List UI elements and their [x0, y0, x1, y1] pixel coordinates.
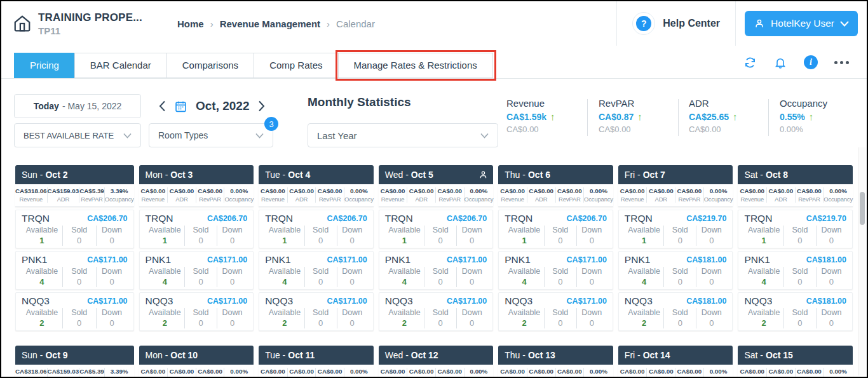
day-header[interactable]: Sat - Oct 8: [738, 165, 853, 184]
room-type-card[interactable]: PNK1 CA$171.00 Available4 Sold0 Down0: [15, 251, 134, 290]
breadcrumb-home[interactable]: Home: [177, 18, 204, 29]
day-rooms: TRQN CA$206.70 Available1 Sold0 Down0 PN…: [139, 210, 254, 331]
room-type-card[interactable]: TRQN CA$206.70 Available1 Sold0 Down0: [259, 210, 374, 248]
day-stat-value: 0.00%: [344, 187, 374, 194]
day-stat-label: RevPAR: [436, 376, 464, 377]
room-field: Available1: [265, 226, 304, 246]
room-type-card[interactable]: TRQN CA$206.70 Available1 Sold0 Down0: [379, 210, 494, 248]
day-header[interactable]: Thu - Oct 13: [498, 346, 613, 365]
help-center-button[interactable]: ? Help Center: [616, 1, 736, 46]
room-price[interactable]: CA$171.00: [87, 297, 127, 306]
room-type-card[interactable]: NQQ3 CA$171.00 Available2 Sold0 Down0: [259, 292, 374, 331]
room-type-card[interactable]: TRQN CA$219.70 Available1 Sold0 Down0: [618, 210, 733, 248]
day-stat-value: CA$5.39: [79, 187, 104, 194]
day-cell: Tue - Oct 4 CA$0.00Revenue CA$0.00ADR CA…: [259, 165, 374, 331]
day-header[interactable]: Tue - Oct 11: [259, 346, 374, 365]
vertical-scrollbar[interactable]: [858, 147, 865, 375]
room-type-card[interactable]: NQQ3 CA$171.00 Available2 Sold0 Down0: [15, 292, 134, 331]
room-type-card[interactable]: NQQ3 CA$171.00 Available2 Sold0 Down0: [139, 292, 254, 331]
day-stat: CA$0.00ADR: [646, 187, 675, 203]
room-price[interactable]: CA$181.00: [686, 297, 726, 306]
breadcrumb-revenue-management[interactable]: Revenue Management: [220, 18, 320, 29]
room-type-card[interactable]: PNK1 CA$171.00 Available4 Sold0 Down0: [259, 251, 374, 290]
tab-comparisons[interactable]: Comparisons: [166, 53, 254, 78]
day-header[interactable]: Mon - Oct 3: [139, 165, 254, 184]
room-field-label: Available: [505, 267, 544, 276]
room-type-card[interactable]: TRQN CA$219.70 Available1 Sold0 Down0: [738, 210, 853, 248]
scrollbar-thumb[interactable]: [860, 192, 865, 225]
day-header[interactable]: Tue - Oct 4: [259, 165, 374, 184]
tab-pricing[interactable]: Pricing: [14, 53, 75, 78]
notifications-bell-icon[interactable]: [773, 55, 787, 69]
day-header[interactable]: Wed - Oct 12: [379, 346, 494, 365]
day-stat-value: CA$0.00: [527, 187, 555, 194]
stat-value: 0.55%: [780, 112, 805, 122]
room-type-card[interactable]: PNK1 CA$171.00 Available4 Sold0 Down0: [379, 251, 494, 290]
day-rooms: TRQN CA$206.70 Available1 Sold0 Down0 PN…: [379, 210, 494, 331]
refresh-icon[interactable]: [743, 55, 757, 69]
day-header[interactable]: Thu - Oct 6: [498, 165, 613, 184]
tab-manage-rates-restrictions[interactable]: Manage Rates & Restrictions: [338, 53, 493, 78]
room-type-card[interactable]: TRQN CA$206.70 Available1 Sold0 Down0: [15, 210, 134, 248]
room-price[interactable]: CA$171.00: [567, 297, 607, 306]
room-type-card[interactable]: TRQN CA$206.70 Available1 Sold0 Down0: [139, 210, 254, 248]
day-stat-label: Revenue: [15, 376, 47, 377]
more-options-icon[interactable]: [834, 61, 849, 64]
day-header[interactable]: Fri - Oct 7: [618, 165, 733, 184]
room-price[interactable]: CA$206.70: [447, 214, 487, 223]
room-fields: Available1 Sold0 Down0: [385, 226, 487, 246]
day-header[interactable]: Fri - Oct 14: [618, 346, 733, 365]
room-field-value: 0: [185, 318, 217, 328]
room-price[interactable]: CA$171.00: [207, 255, 247, 264]
room-price[interactable]: CA$206.70: [207, 214, 247, 223]
today-button[interactable]: Today - May 15, 2022: [14, 94, 141, 118]
room-type-card[interactable]: NQQ3 CA$171.00 Available2 Sold0 Down0: [379, 292, 494, 331]
info-icon[interactable]: i: [804, 55, 818, 69]
room-type-card[interactable]: TRQN CA$206.70 Available1 Sold0 Down0: [498, 210, 613, 248]
room-price[interactable]: CA$206.70: [327, 214, 367, 223]
room-type-card[interactable]: NQQ3 CA$181.00 Available2 Sold0 Down0: [618, 292, 733, 331]
room-price[interactable]: CA$171.00: [567, 255, 607, 264]
day-header[interactable]: Sat - Oct 15: [738, 346, 853, 365]
room-price[interactable]: CA$171.00: [87, 255, 127, 264]
day-header[interactable]: Mon - Oct 10: [139, 346, 254, 365]
home-icon[interactable]: [13, 14, 32, 33]
room-type-card[interactable]: PNK1 CA$181.00 Available4 Sold0 Down0: [618, 251, 733, 290]
room-price[interactable]: CA$171.00: [327, 255, 367, 264]
room-price[interactable]: CA$181.00: [806, 297, 846, 306]
room-price[interactable]: CA$219.70: [686, 214, 726, 223]
next-month-icon[interactable]: [258, 100, 265, 112]
room-fields: Available4 Sold0 Down0: [265, 267, 367, 287]
room-price[interactable]: CA$219.70: [806, 214, 846, 223]
user-menu-button[interactable]: HotelKey User: [745, 11, 858, 36]
day-stat-value: CA$0.00: [767, 187, 795, 194]
room-price[interactable]: CA$171.00: [447, 255, 487, 264]
comparison-period-dropdown[interactable]: Last Year: [308, 123, 498, 147]
room-type-card[interactable]: NQQ3 CA$181.00 Available2 Sold0 Down0: [738, 292, 853, 331]
room-field-value: 2: [744, 318, 783, 328]
room-field: Available2: [625, 308, 664, 328]
day-cell: Wed - Oct 5 CA$0.00Revenue CA$0.00ADR CA…: [379, 165, 494, 331]
tab-comp-rates[interactable]: Comp Rates: [254, 53, 338, 78]
stat-value: CA$0.87: [599, 112, 634, 122]
room-price[interactable]: CA$171.00: [327, 297, 367, 306]
day-header[interactable]: Sun - Oct 2: [15, 165, 134, 184]
rate-plan-dropdown[interactable]: BEST AVAILABLE RATE: [14, 123, 141, 147]
room-type-card[interactable]: NQQ3 CA$171.00 Available2 Sold0 Down0: [498, 292, 613, 331]
day-header[interactable]: Wed - Oct 5: [379, 165, 494, 184]
room-price[interactable]: CA$171.00: [447, 297, 487, 306]
room-type-card[interactable]: PNK1 CA$171.00 Available4 Sold0 Down0: [139, 251, 254, 290]
tab-bar-calendar[interactable]: BAR Calendar: [74, 53, 167, 78]
room-price[interactable]: CA$181.00: [686, 255, 726, 264]
room-price[interactable]: CA$181.00: [806, 255, 846, 264]
room-price[interactable]: CA$206.70: [567, 214, 607, 223]
room-type-card[interactable]: PNK1 CA$181.00 Available4 Sold0 Down0: [738, 251, 853, 290]
room-price[interactable]: CA$206.70: [87, 214, 127, 223]
day-stat-label: Revenue: [618, 196, 647, 203]
day-header[interactable]: Sun - Oct 9: [15, 346, 134, 365]
room-price[interactable]: CA$171.00: [207, 297, 247, 306]
room-field-value: 0: [696, 236, 726, 245]
previous-month-icon[interactable]: [159, 100, 166, 112]
room-type-card[interactable]: PNK1 CA$171.00 Available4 Sold0 Down0: [498, 251, 613, 290]
room-types-dropdown[interactable]: Room Types 3: [149, 123, 273, 147]
